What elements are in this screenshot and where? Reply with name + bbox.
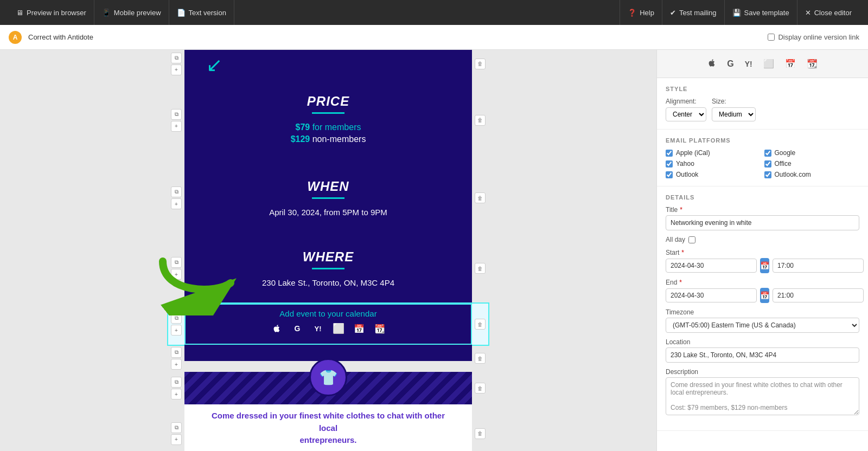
delete-btn-stripe[interactable]: 🗑 — [475, 383, 486, 394]
yahoo-cal-icon[interactable]: Y! — [310, 321, 326, 336]
exchange-cal-icon[interactable]: 📅 — [352, 321, 367, 336]
start-time-input[interactable] — [773, 259, 864, 273]
start-label: Start* — [666, 249, 859, 256]
save-template-btn[interactable]: 💾 Save template — [724, 0, 797, 25]
stripe-block: 👕 — [184, 372, 472, 404]
apple-cal-icon[interactable] — [269, 321, 284, 336]
add-calendar-link[interactable]: Add event to your calendar — [279, 309, 376, 318]
yahoo-platform-icon[interactable]: Y! — [743, 57, 755, 70]
add-btn-price[interactable]: + — [171, 121, 182, 132]
test-mailing-label: Test mailing — [679, 9, 717, 17]
add-btn-cal[interactable]: + — [171, 325, 182, 336]
delete-btn-bottom[interactable]: 🗑 — [475, 428, 486, 439]
antidote-bar: A Correct with Antidote Display online v… — [0, 25, 868, 50]
add-btn-arrow[interactable]: + — [171, 65, 182, 75]
apple-platform-icon[interactable] — [705, 55, 718, 72]
details-title: DETAILS — [666, 194, 859, 201]
copy-btn-bottom[interactable]: ⧉ — [171, 422, 182, 433]
where-title: WHERE — [206, 249, 450, 265]
price-line1: $79 for members — [206, 123, 450, 132]
price-underline — [312, 112, 344, 114]
details-section: DETAILS Title* All day Start* — [657, 186, 868, 431]
copy-btn-where[interactable]: ⧉ — [171, 257, 182, 268]
platform-google-checkbox[interactable] — [764, 150, 771, 157]
text-version-btn[interactable]: 📄 Text version — [169, 0, 234, 25]
white-section: Come dressed in your finest white clothe… — [184, 404, 472, 451]
size-group: Size: Medium Small Large — [712, 98, 756, 121]
delete-btn-arrow[interactable]: 🗑 — [475, 59, 486, 69]
start-date-input[interactable] — [666, 259, 757, 273]
google-platform-icon[interactable]: G — [725, 57, 736, 71]
end-date-picker-btn[interactable]: 📅 — [760, 288, 769, 303]
email-platforms-title: EMAIL PLATFORMS — [666, 137, 859, 144]
email-wrapper: ⧉ + ↙ 🗑 ⧉ + — [168, 50, 488, 451]
platform-google: Google — [764, 149, 860, 157]
copy-btn-stripe[interactable]: ⧉ — [171, 377, 182, 388]
copy-btn-price[interactable]: ⧉ — [171, 109, 182, 120]
size-select[interactable]: Medium Small Large — [712, 107, 756, 121]
delete-btn-price[interactable]: 🗑 — [475, 115, 486, 126]
where-row-content: WHERE 230 Lake St., Toronto, ON, M3C 4P4 — [184, 233, 472, 304]
delete-btn-cal[interactable]: 🗑 — [475, 319, 486, 330]
email-platforms-section: EMAIL PLATFORMS Apple (iCal) Google Yaho… — [657, 130, 868, 186]
text-icon: 📄 — [177, 9, 186, 17]
close-editor-btn[interactable]: ✕ Close editor — [797, 0, 859, 25]
end-date-input[interactable] — [666, 288, 757, 302]
end-time-input[interactable] — [773, 288, 864, 302]
add-btn-when[interactable]: + — [171, 198, 182, 209]
platform-outlookcom-checkbox[interactable] — [764, 171, 771, 178]
display-online-checkbox[interactable] — [768, 34, 775, 41]
timezone-field: Timezone (GMT-05:00) Eastern Time (US & … — [666, 308, 859, 333]
preview-browser-btn[interactable]: 🖥 Preview in browser — [9, 0, 94, 25]
start-date-picker-btn[interactable]: 📅 — [760, 258, 769, 273]
alignment-select[interactable]: Center Left Right — [666, 107, 706, 121]
start-datetime-row: 📅 — [666, 258, 859, 273]
add-btn-stripe[interactable]: + — [171, 389, 182, 400]
copy-btn-when[interactable]: ⧉ — [171, 186, 182, 197]
platform-apple: Apple (iCal) — [666, 149, 761, 157]
outlook-com-cal-icon[interactable]: 📆 — [372, 321, 387, 336]
copy-btn-cal[interactable]: ⧉ — [171, 313, 182, 324]
platform-office-checkbox[interactable] — [764, 160, 771, 167]
copy-btn-arrow[interactable]: ⧉ — [171, 53, 182, 63]
google-cal-icon[interactable]: G — [290, 321, 305, 336]
outlookcom-platform-icon[interactable]: 📆 — [805, 56, 820, 71]
title-input[interactable] — [666, 215, 859, 230]
where-underline — [312, 268, 344, 269]
test-mailing-btn[interactable]: ✔ Test mailing — [662, 0, 724, 25]
copy-btn-spacer[interactable]: ⧉ — [171, 347, 182, 358]
antidote-label[interactable]: Correct with Antidote — [28, 33, 93, 41]
delete-btn-when[interactable]: 🗑 — [475, 192, 486, 203]
mobile-preview-btn[interactable]: 📱 Mobile preview — [94, 0, 169, 25]
row-controls-right-spacer: 🗑 — [472, 345, 488, 372]
mobile-icon: 📱 — [102, 9, 111, 17]
allday-checkbox[interactable] — [688, 236, 695, 243]
office-cal-icon[interactable]: ⬜ — [331, 321, 346, 336]
price-row: ⧉ + PRICE $79 for members $129 non-membe… — [168, 78, 488, 163]
help-icon: ❓ — [628, 9, 636, 17]
where-row: ⧉ + WHERE 230 Lake St., Toronto, ON, M3C… — [168, 233, 488, 304]
price-amount2: $129 — [291, 134, 310, 144]
platform-apple-checkbox[interactable] — [666, 150, 673, 157]
timezone-select[interactable]: (GMT-05:00) Eastern Time (US & Canada) (… — [666, 318, 859, 333]
close-icon: ✕ — [805, 9, 811, 17]
platform-apple-label: Apple (iCal) — [676, 149, 710, 157]
description-textarea[interactable] — [666, 377, 859, 415]
size-label: Size: — [712, 98, 756, 105]
add-btn-bottom[interactable]: + — [171, 434, 182, 445]
delete-btn-where[interactable]: 🗑 — [475, 263, 486, 274]
add-btn-where[interactable]: + — [171, 269, 182, 280]
office-platform-icon[interactable]: ⬜ — [761, 56, 776, 71]
platform-yahoo-checkbox[interactable] — [666, 160, 673, 167]
when-title: WHEN — [206, 179, 450, 194]
location-input[interactable] — [666, 347, 859, 363]
delete-btn-spacer[interactable]: 🗑 — [475, 353, 486, 364]
platform-outlook-checkbox[interactable] — [666, 171, 673, 178]
row-controls-right-price: 🗑 — [472, 78, 488, 163]
help-btn[interactable]: ❓ Help — [620, 0, 662, 25]
exchange-platform-icon[interactable]: 📅 — [783, 56, 798, 71]
text-version-label: Text version — [189, 9, 226, 17]
add-btn-spacer[interactable]: + — [171, 359, 182, 370]
price-amount1: $79 — [296, 123, 310, 132]
tshirt-circle: 👕 — [309, 358, 347, 396]
